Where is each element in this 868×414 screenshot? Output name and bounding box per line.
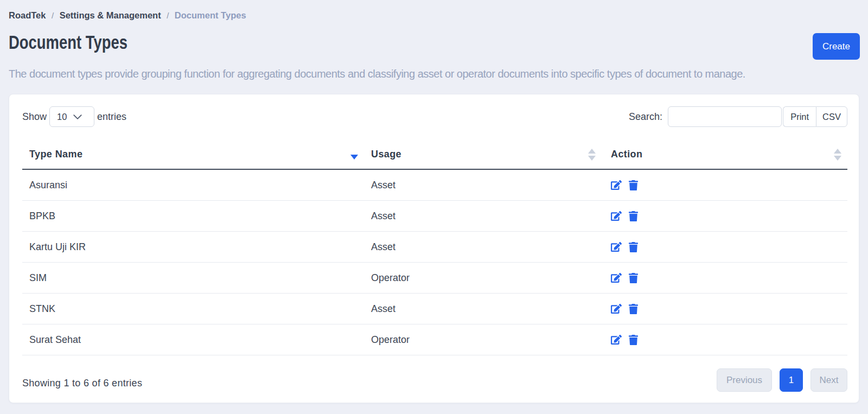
cell-usage: Operator — [364, 263, 604, 294]
table-row: Kartu Uji KIR Asset — [22, 232, 847, 263]
usage-value: Asset — [371, 303, 395, 314]
create-button[interactable]: Create — [813, 33, 860, 60]
table-row: Asuransi Asset — [22, 169, 847, 201]
cell-usage: Asset — [364, 201, 604, 232]
trash-icon — [629, 335, 638, 346]
table-toolbar: Show 10 entries Search: Print CSV — [22, 106, 847, 127]
delete-button[interactable] — [629, 335, 638, 346]
cell-usage: Asset — [364, 169, 604, 201]
type-name-value: BPKB — [29, 211, 55, 221]
edit-icon — [611, 335, 622, 345]
cell-type-name: BPKB — [22, 201, 364, 232]
edit-icon — [611, 211, 622, 221]
column-header-label: Usage — [371, 149, 401, 160]
breadcrumb: RoadTek / Settings & Management / Docume… — [9, 0, 859, 21]
type-name-value: Asuransi — [29, 180, 67, 190]
print-button[interactable]: Print — [783, 106, 816, 127]
edit-button[interactable] — [611, 304, 622, 314]
delete-button[interactable] — [629, 304, 638, 315]
breadcrumb-item-settings-management[interactable]: Settings & Management — [60, 10, 161, 21]
edit-icon — [611, 242, 622, 252]
cell-action — [604, 294, 847, 324]
show-label: Show — [22, 111, 47, 123]
edit-button[interactable] — [611, 273, 622, 283]
page: RoadTek / Settings & Management / Docume… — [0, 0, 868, 403]
csv-button[interactable]: CSV — [816, 106, 847, 127]
column-header-label: Type Name — [29, 149, 82, 160]
edit-button[interactable] — [611, 180, 622, 190]
cell-usage: Asset — [364, 232, 604, 263]
usage-value: Asset — [371, 180, 395, 190]
trash-icon — [629, 304, 638, 315]
cell-type-name: STNK — [22, 294, 364, 324]
edit-button[interactable] — [611, 335, 622, 345]
table-header-row: Type Name Usage Action — [22, 141, 847, 169]
usage-value: Asset — [371, 211, 395, 221]
trash-icon — [629, 273, 638, 284]
usage-value: Operator — [371, 334, 410, 345]
cell-action — [604, 201, 847, 232]
search-input[interactable] — [668, 106, 782, 127]
breadcrumb-separator: / — [52, 11, 54, 20]
cell-type-name: Kartu Uji KIR — [22, 232, 364, 263]
type-name-value: STNK — [29, 303, 55, 314]
page-title: Document Types — [9, 32, 138, 53]
sort-icon — [834, 149, 841, 161]
entries-label: entries — [97, 111, 126, 123]
cell-usage: Operator — [364, 324, 604, 355]
cell-action — [604, 324, 847, 355]
breadcrumb-item-roadtek[interactable]: RoadTek — [9, 10, 46, 21]
search-label: Search: — [629, 111, 662, 123]
delete-button[interactable] — [629, 180, 638, 191]
cell-type-name: Asuransi — [22, 169, 364, 201]
edit-icon — [611, 273, 622, 283]
export-button-group: Print CSV — [783, 106, 847, 127]
document-types-table: Type Name Usage Action Asuransi Asset — [22, 141, 847, 355]
pagination-next-button[interactable]: Next — [810, 368, 847, 392]
delete-button[interactable] — [629, 211, 638, 222]
usage-value: Operator — [371, 272, 410, 283]
type-name-value: Surat Sehat — [29, 334, 81, 345]
table-row: STNK Asset — [22, 294, 847, 324]
edit-button[interactable] — [611, 242, 622, 252]
page-size-select[interactable]: 10 — [49, 106, 94, 127]
table-row: Surat Sehat Operator — [22, 324, 847, 355]
pagination: Previous 1 Next — [717, 368, 847, 392]
column-header-action[interactable]: Action — [604, 141, 847, 169]
column-header-label: Action — [611, 149, 642, 160]
cell-action — [604, 232, 847, 263]
cell-type-name: Surat Sehat — [22, 324, 364, 355]
trash-icon — [629, 211, 638, 222]
pagination-page-1-button[interactable]: 1 — [780, 368, 803, 392]
entries-length-control: Show 10 entries — [22, 106, 126, 127]
delete-button[interactable] — [629, 242, 638, 253]
edit-icon — [611, 304, 622, 314]
table-card: Show 10 entries Search: Print CSV — [9, 94, 859, 403]
table-row: SIM Operator — [22, 263, 847, 294]
sort-desc-icon — [350, 155, 358, 160]
trash-icon — [629, 242, 638, 253]
page-size-value: 10 — [57, 112, 67, 122]
cell-usage: Asset — [364, 294, 604, 324]
column-header-usage[interactable]: Usage — [364, 141, 604, 169]
trash-icon — [629, 180, 638, 191]
breadcrumb-item-document-types: Document Types — [175, 10, 246, 21]
page-description: The document types provide grouping func… — [9, 68, 859, 80]
cell-type-name: SIM — [22, 263, 364, 294]
type-name-value: Kartu Uji KIR — [29, 241, 86, 252]
sort-icon — [588, 149, 596, 161]
cell-action — [604, 169, 847, 201]
breadcrumb-separator: / — [167, 11, 169, 20]
usage-value: Asset — [371, 241, 395, 252]
table-info: Showing 1 to 6 of 6 entries — [22, 378, 142, 389]
column-header-type-name[interactable]: Type Name — [22, 141, 364, 169]
edit-icon — [611, 180, 622, 190]
chevron-down-icon — [73, 114, 82, 119]
table-row: BPKB Asset — [22, 201, 847, 232]
edit-button[interactable] — [611, 211, 622, 221]
cell-action — [604, 263, 847, 294]
table-footer: Showing 1 to 6 of 6 entries Previous 1 N… — [22, 368, 847, 392]
search-control: Search: Print CSV — [629, 106, 847, 127]
pagination-previous-button[interactable]: Previous — [717, 368, 772, 392]
delete-button[interactable] — [629, 273, 638, 284]
